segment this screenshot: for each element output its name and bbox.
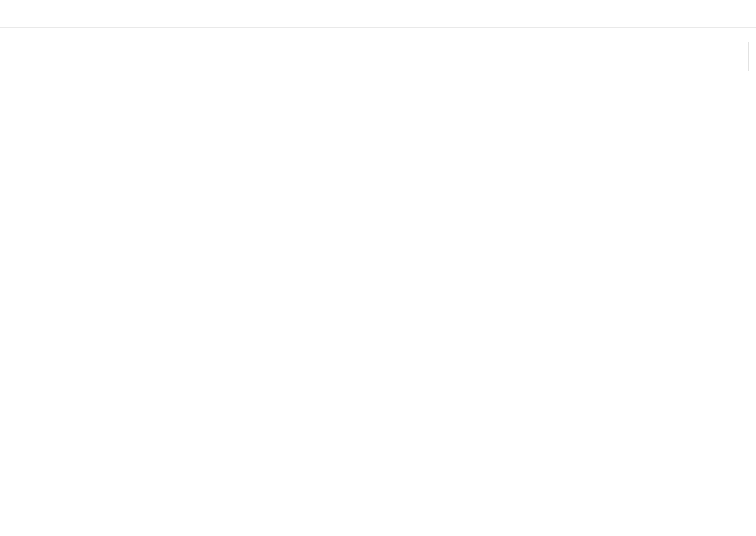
kline-chart-canvas: [0, 0, 756, 536]
